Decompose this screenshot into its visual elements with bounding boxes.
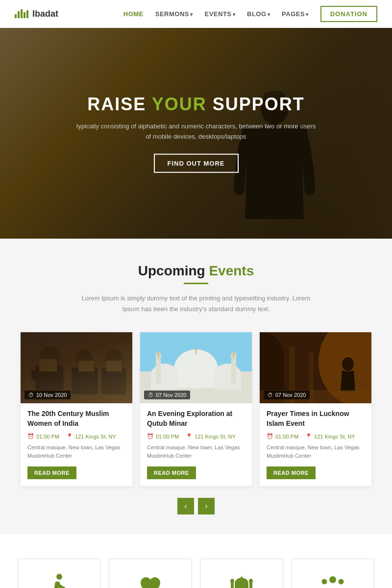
event-card-1-time: ⏰ 01:00 PM xyxy=(27,433,59,440)
hero-section: RAISE YOUR SUPPORT typically consisting … xyxy=(0,28,392,239)
svg-point-58 xyxy=(329,576,336,583)
nav-home[interactable]: HOME xyxy=(123,10,144,18)
svg-point-60 xyxy=(339,579,344,585)
charity-icon xyxy=(137,573,164,588)
navbar: Ibadat HOME SERMONS▾ EVENTS▾ BLOG▾ PAGES… xyxy=(0,0,392,28)
event-card-3-desc: Central masque, New town, Las Vegas Musl… xyxy=(267,443,365,460)
event-card-3-meta: ⏰ 01:00 PM 📍 121 Kings St, NY xyxy=(267,433,365,440)
event-card-2-title: An Evening Exploration at Qutub Minar xyxy=(147,409,245,428)
nav-sermons[interactable]: SERMONS▾ xyxy=(155,10,193,18)
event-card-1-date: ⏱ 10 Nov 2020 xyxy=(24,391,71,399)
logo-text: Ibadat xyxy=(32,9,58,19)
title-underline xyxy=(184,283,208,284)
event-card-3-time: ⏰ 01:00 PM xyxy=(267,433,298,440)
event-card-3-date: ⏱ 07 Nov 2020 xyxy=(264,391,310,399)
events-section: Upcoming Events Lorem Ipsum is simply du… xyxy=(0,239,392,534)
nav-pages[interactable]: PAGES▾ xyxy=(282,10,309,18)
svg-marker-57 xyxy=(241,576,243,578)
event-card-2-body: An Evening Exploration at Qutub Minar ⏰ … xyxy=(140,403,252,486)
event-card-2-desc: Central masque, New town, Las Vegas Musl… xyxy=(147,443,245,460)
events-cards-row: ⏱ 10 Nov 2020 The 20th Century Muslim Wo… xyxy=(15,332,377,486)
event-card-2-read-more[interactable]: READ MORE xyxy=(147,466,196,479)
svg-rect-3 xyxy=(24,12,25,18)
service-card-help: Help Poor's Lorem ipsum dolor sit amet, … xyxy=(291,559,374,588)
svg-rect-50 xyxy=(235,584,248,588)
event-card-3-read-more[interactable]: READ MORE xyxy=(267,466,316,479)
svg-point-53 xyxy=(230,579,234,584)
nav-events[interactable]: EVENTS▾ xyxy=(204,10,235,18)
events-heading: Upcoming Events xyxy=(15,263,377,279)
logo-icon xyxy=(15,7,28,21)
svg-rect-2 xyxy=(21,9,23,18)
prev-button[interactable]: ‹ xyxy=(177,498,194,514)
hero-title: RAISE YOUR SUPPORT xyxy=(74,94,318,115)
svg-rect-4 xyxy=(26,10,28,18)
event-card-1-desc: Central masque, New town, Las Vegas Musl… xyxy=(27,443,125,460)
event-card-1-image: ⏱ 10 Nov 2020 xyxy=(21,332,132,403)
svg-point-55 xyxy=(249,579,253,584)
event-card-2-date: ⏱ 07 Nov 2020 xyxy=(144,391,190,399)
services-grid: Quran Lorem ipsum dolor sit amet, consec… xyxy=(15,559,377,588)
hero-subtitle: typically consisting of alphabetic and n… xyxy=(74,122,318,142)
section-title: Upcoming Events xyxy=(15,263,377,284)
event-card-1-body: The 20th Century Muslim Women of India ⏰… xyxy=(21,403,132,486)
event-card-2: ⏱ 07 Nov 2020 An Evening Exploration at … xyxy=(140,332,252,486)
nav-links: HOME SERMONS▾ EVENTS▾ BLOG▾ PAGES▾ DONAT… xyxy=(123,6,377,22)
event-card-2-meta: ⏰ 01:00 PM 📍 121 Kings St, NY xyxy=(147,433,245,440)
events-description: Lorem Ipsum is simply dummy text of the … xyxy=(78,293,314,315)
event-card-3-image: ⏱ 07 Nov 2020 xyxy=(260,332,371,403)
svg-point-44 xyxy=(56,574,62,580)
help-icon xyxy=(319,573,346,588)
event-card-3: ⏱ 07 Nov 2020 Prayer Times in Lucknow Is… xyxy=(260,332,371,486)
find-out-more-button[interactable]: FIND OUT MORE xyxy=(154,153,239,172)
svg-point-59 xyxy=(322,579,327,585)
mosque-icon xyxy=(228,573,255,588)
nav-blog[interactable]: BLOG▾ xyxy=(247,10,270,18)
quran-icon xyxy=(46,573,73,588)
event-card-3-body: Prayer Times in Lucknow Islam Event ⏰ 01… xyxy=(260,403,371,486)
logo[interactable]: Ibadat xyxy=(15,7,58,21)
service-card-mosque: Mosque Lorem ipsum dolor sit amet, conse… xyxy=(200,559,283,588)
next-button[interactable]: › xyxy=(198,498,215,514)
event-card-3-location: 📍 121 Kings St, NY xyxy=(305,433,355,440)
event-card-2-image: ⏱ 07 Nov 2020 xyxy=(140,332,252,403)
event-card-1-location: 📍 121 Kings St, NY xyxy=(66,433,116,440)
services-section: Quran Lorem ipsum dolor sit amet, consec… xyxy=(0,534,392,588)
service-card-charity: Charity Lorem ipsum dolor sit amet, cons… xyxy=(109,559,192,588)
mosque-icon-area: Mosque xyxy=(200,559,283,588)
event-card-1-title: The 20th Century Muslim Women of India xyxy=(27,409,125,428)
event-card-2-location: 📍 121 Kings St, NY xyxy=(186,433,236,440)
event-card-1: ⏱ 10 Nov 2020 The 20th Century Muslim Wo… xyxy=(21,332,132,486)
event-card-1-read-more[interactable]: READ MORE xyxy=(27,466,76,479)
event-card-1-meta: ⏰ 01:00 PM 📍 121 Kings St, NY xyxy=(27,433,125,440)
help-icon-area: Help Poor's xyxy=(292,559,374,588)
event-card-2-time: ⏰ 01:00 PM xyxy=(147,433,179,440)
quran-icon-area: Quran xyxy=(18,559,100,588)
service-card-quran: Quran Lorem ipsum dolor sit amet, consec… xyxy=(18,559,101,588)
charity-icon-area: Charity xyxy=(109,559,192,588)
donation-button[interactable]: DONATION xyxy=(320,6,377,22)
svg-rect-0 xyxy=(15,14,17,18)
pagination: ‹ › xyxy=(15,498,377,514)
svg-rect-1 xyxy=(18,11,20,18)
hero-content: RAISE YOUR SUPPORT typically consisting … xyxy=(74,94,318,173)
event-card-3-title: Prayer Times in Lucknow Islam Event xyxy=(267,409,365,428)
